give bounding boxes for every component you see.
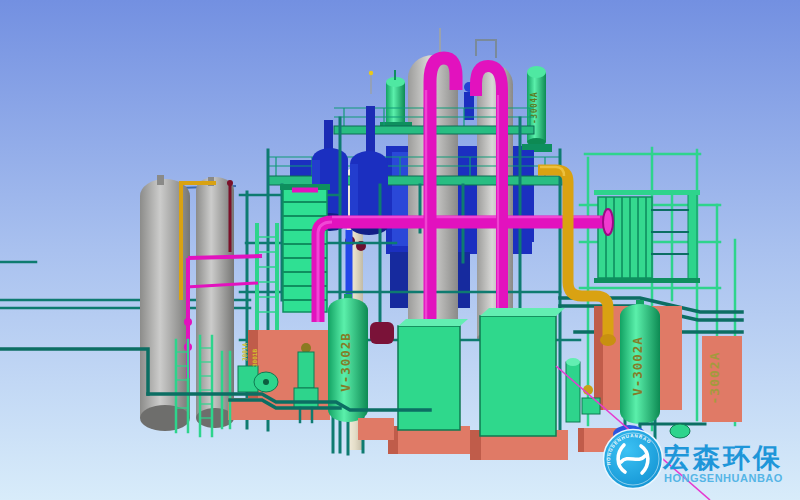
small-pump-by-logo (670, 424, 690, 438)
plant-model-canvas: -3004A (0, 0, 800, 500)
pipe-flange-icon (603, 209, 613, 235)
pump-tag-b: 3001B (251, 349, 258, 367)
vessel-v3002a-label: V-3002A (630, 336, 645, 396)
plant-3d-render: -3004A (0, 0, 800, 500)
green-box-tank-b (470, 308, 568, 460)
company-name-en: HONGSENHUANBAO (664, 472, 783, 484)
maroon-vessel (370, 322, 394, 344)
pump-tag-a: 3001A (241, 343, 248, 361)
green-box-tank-a (388, 319, 470, 454)
company-name-cn: 宏森环保 (662, 443, 783, 473)
vessel-v3002a: V-3002A (620, 300, 660, 440)
tag-3002a-far-right: -3002A (707, 352, 722, 405)
vessel-v3002b-label: V-3002B (338, 332, 353, 392)
